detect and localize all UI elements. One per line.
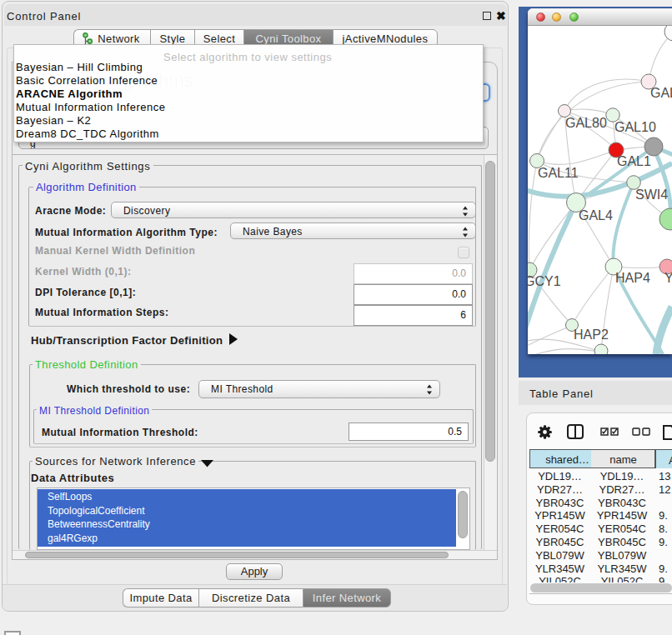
svg-text:HAP4: HAP4: [615, 271, 650, 285]
svg-text:GAL2: GAL2: [650, 86, 672, 100]
svg-text:GAL1: GAL1: [617, 154, 651, 168]
svg-text:GAL10: GAL10: [614, 120, 656, 134]
svg-text:HAP2: HAP2: [574, 328, 609, 342]
svg-text:Y: Y: [664, 271, 672, 285]
svg-text:GAL4: GAL4: [579, 208, 613, 222]
svg-text:SWI4: SWI4: [635, 188, 668, 202]
svg-text:GAL11: GAL11: [538, 166, 579, 180]
svg-text:GCY1: GCY1: [528, 274, 561, 288]
svg-text:GAL80: GAL80: [565, 116, 607, 130]
